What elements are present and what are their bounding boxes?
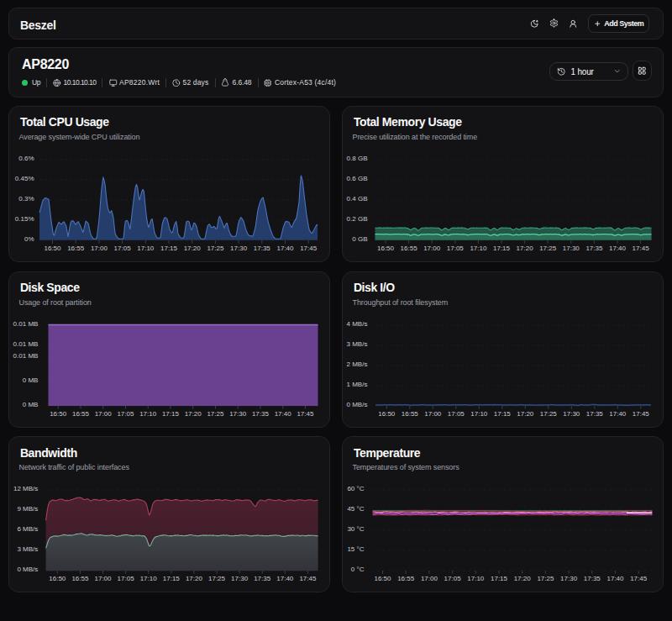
svg-text:2 MB/s: 2 MB/s [346,360,367,368]
svg-text:17:15: 17:15 [163,576,181,583]
svg-text:17:05: 17:05 [117,410,134,418]
svg-text:17:10: 17:10 [470,410,488,418]
svg-text:17:10: 17:10 [137,245,155,252]
svg-text:17:45: 17:45 [633,245,650,252]
svg-text:16:55: 16:55 [67,245,85,252]
svg-text:17:15: 17:15 [162,410,180,418]
svg-text:16:55: 16:55 [401,245,418,252]
svg-text:17:30: 17:30 [229,410,247,418]
svg-text:30 °C: 30 °C [347,526,364,534]
svg-text:17:30: 17:30 [563,245,580,252]
svg-text:17:00: 17:00 [94,576,112,583]
svg-text:16:55: 16:55 [397,576,415,583]
svg-text:17:40: 17:40 [276,245,294,252]
svg-text:17:35: 17:35 [584,576,601,583]
svg-text:0%: 0% [24,235,34,243]
svg-text:16:50: 16:50 [44,245,61,252]
svg-text:17:10: 17:10 [467,576,485,583]
svg-text:3 MB/s: 3 MB/s [17,546,38,554]
svg-text:17:45: 17:45 [300,245,318,252]
svg-text:0.3%: 0.3% [18,195,34,203]
svg-text:17:05: 17:05 [114,245,132,252]
svg-text:17:20: 17:20 [517,245,534,252]
svg-text:0.01 MB: 0.01 MB [13,339,39,347]
svg-text:17:35: 17:35 [586,410,604,418]
svg-text:0.01 MB: 0.01 MB [13,319,39,327]
svg-text:16:55: 16:55 [71,576,89,583]
svg-text:0.6%: 0.6% [18,155,34,162]
svg-text:0.45%: 0.45% [15,175,34,182]
svg-text:0.15%: 0.15% [15,215,34,223]
svg-text:15 °C: 15 °C [347,546,364,554]
svg-text:17:20: 17:20 [517,410,534,418]
svg-text:60 °C: 60 °C [347,486,364,493]
svg-text:17:35: 17:35 [254,245,271,252]
svg-text:17:35: 17:35 [254,576,271,583]
svg-text:17:05: 17:05 [447,245,465,252]
svg-text:16:55: 16:55 [402,410,419,418]
svg-text:17:05: 17:05 [448,410,465,418]
svg-text:0.6 GB: 0.6 GB [347,175,368,182]
svg-text:17:40: 17:40 [275,410,292,418]
svg-text:0.4 GB: 0.4 GB [347,195,368,203]
svg-text:16:55: 16:55 [72,410,90,418]
svg-text:45 °C: 45 °C [347,506,364,513]
svg-text:17:30: 17:30 [560,576,578,583]
svg-text:17:25: 17:25 [208,576,226,583]
svg-text:17:20: 17:20 [185,410,202,418]
svg-text:0.01 MB: 0.01 MB [13,351,39,359]
svg-text:17:45: 17:45 [633,410,650,418]
svg-text:4 MB/s: 4 MB/s [346,320,367,328]
svg-text:17:00: 17:00 [91,245,108,252]
svg-text:0 MB/s: 0 MB/s [346,401,367,408]
svg-text:17:15: 17:15 [493,245,511,252]
svg-text:17:25: 17:25 [537,576,554,583]
svg-text:17:15: 17:15 [491,576,508,583]
svg-text:17:45: 17:45 [297,410,314,418]
svg-text:17:10: 17:10 [139,410,157,418]
svg-text:6 MB/s: 6 MB/s [17,526,38,534]
svg-text:16:50: 16:50 [49,576,66,583]
svg-text:0 °C: 0 °C [351,566,365,574]
svg-text:17:40: 17:40 [276,576,294,583]
svg-text:17:00: 17:00 [424,410,442,418]
svg-text:17:00: 17:00 [423,245,441,252]
svg-text:16:50: 16:50 [378,410,396,418]
svg-text:1 MB/s: 1 MB/s [346,381,367,388]
svg-text:17:20: 17:20 [184,245,202,252]
svg-text:0 GB: 0 GB [352,235,367,243]
svg-text:17:00: 17:00 [95,410,113,418]
svg-text:17:40: 17:40 [609,410,627,418]
svg-text:17:30: 17:30 [230,245,248,252]
svg-text:17:10: 17:10 [470,245,487,252]
svg-text:17:25: 17:25 [207,245,224,252]
svg-text:17:05: 17:05 [118,576,135,583]
svg-text:17:45: 17:45 [630,576,648,583]
svg-text:17:40: 17:40 [606,576,624,583]
svg-text:17:00: 17:00 [421,576,438,583]
svg-text:17:30: 17:30 [231,576,249,583]
svg-text:16:50: 16:50 [377,245,395,252]
svg-text:3 MB/s: 3 MB/s [346,340,367,348]
svg-text:17:20: 17:20 [514,576,532,583]
svg-text:17:15: 17:15 [494,410,512,418]
svg-text:17:25: 17:25 [539,245,557,252]
svg-text:17:25: 17:25 [540,410,558,418]
svg-text:17:40: 17:40 [609,245,627,252]
svg-text:9 MB/s: 9 MB/s [17,506,38,513]
svg-text:17:15: 17:15 [160,245,178,252]
svg-text:0 MB/s: 0 MB/s [17,566,38,574]
svg-text:17:25: 17:25 [207,410,224,418]
svg-text:17:05: 17:05 [444,576,462,583]
svg-text:17:20: 17:20 [186,576,203,583]
svg-text:12 MB/s: 12 MB/s [13,486,38,493]
svg-text:0 MB: 0 MB [23,376,39,383]
svg-text:16:50: 16:50 [374,576,391,583]
svg-text:17:35: 17:35 [252,410,270,418]
svg-text:17:10: 17:10 [140,576,158,583]
svg-text:17:45: 17:45 [299,576,317,583]
svg-text:17:30: 17:30 [563,410,580,418]
svg-text:17:35: 17:35 [585,245,603,252]
svg-text:0.2 GB: 0.2 GB [347,215,368,223]
svg-text:0 MB: 0 MB [23,401,39,408]
